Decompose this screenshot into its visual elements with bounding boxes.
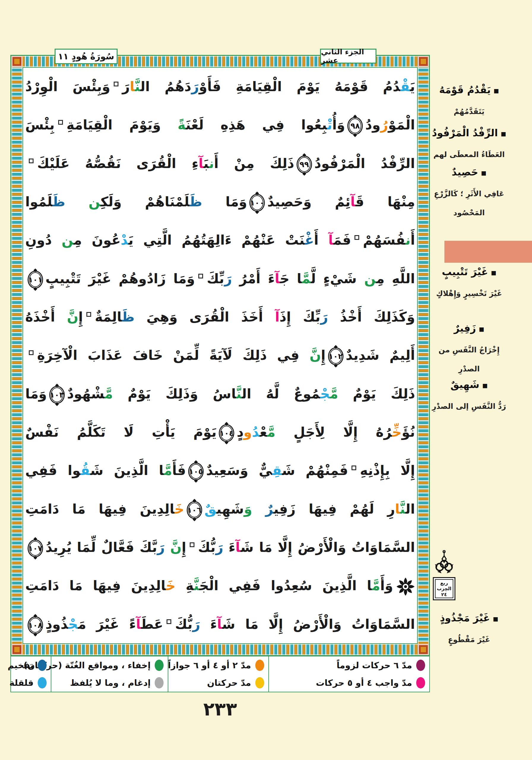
quran-word-segment: اللَّهِ مِ xyxy=(376,271,415,286)
quran-word-segment: وَيَوْمَ الْقِيَامَةِ xyxy=(67,117,177,133)
quran-word-segment: لَمْنَاهُمْ وَلَكِ xyxy=(101,194,190,210)
quran-word-segment: فَمِنْهُمْ شَ xyxy=(282,462,348,478)
margin-note: ■الرِّفْدُ الْمَرْفُودُالعَطَاءُ المعطَى… xyxy=(432,127,507,164)
quran-word-segment xyxy=(165,540,170,555)
quran-word-segment: فَأَ xyxy=(172,462,186,478)
ayah-end-marker: ١٠٦ xyxy=(187,501,202,519)
frame-corner-ornament xyxy=(418,56,429,67)
quran-word-segment: رَ xyxy=(122,79,130,94)
quran-word-segment: السَّمَاوَاتُ وَالْأَرْضُ إِلَّا مَا شَ xyxy=(222,616,415,632)
quran-word-segment: ءِ الْقُرَى نَقُصُّهُ عَلَيْكَ xyxy=(37,156,199,171)
quran-word-segment: ذَلِكَ يَوْمٌ xyxy=(338,386,415,402)
stop-sign-icon xyxy=(190,543,194,547)
quran-word-segment: نَّ xyxy=(170,540,181,555)
quran-word-segment: اسُ وَذَلِكَ يَوْمٌ xyxy=(113,386,236,402)
quran-word-segment: غْ xyxy=(305,232,314,248)
quran-word-segment: آ xyxy=(350,194,355,210)
margin-note-term-text: شَهِيقٌ xyxy=(450,379,479,390)
quran-word-segment: يٌّ وَسَعِيدٌ xyxy=(206,462,272,478)
quran-word-segment: ن xyxy=(88,194,101,210)
quran-word-segment: أَخَذَ الْقُرَى وَهِيَ xyxy=(134,309,275,325)
surah-title-cartouche: سُورَةُ هُودٍ ١١ xyxy=(55,49,118,64)
quran-word-segment: بِّكَ إِذَ xyxy=(280,309,320,325)
quran-word-segment: نَّ xyxy=(400,501,405,517)
quran-word-segment: ن xyxy=(406,232,411,248)
quran-line: يَقْدُمُ قَوْمَهُ يَوْمَ الْقِيَامَةِ فَ… xyxy=(24,68,417,106)
quran-word-segment: عُونَ مِ xyxy=(73,232,121,248)
quran-line: مِنْهَا قَآئِمٌ وَحَصِيدٌ١٠٠وَمَا ظَلَمْ… xyxy=(24,183,417,221)
quran-word-segment: مَّ xyxy=(105,386,113,402)
legend-color-dot xyxy=(255,660,264,671)
quran-word-segment: ن xyxy=(209,156,214,171)
margin-note-term: ■شَهِيقٌ xyxy=(432,379,507,390)
quran-word-segment: نَّ xyxy=(236,386,242,402)
quran-word-segment: آ xyxy=(199,156,204,171)
quran-word-segment: جْ xyxy=(68,616,78,632)
quran-word-segment: رٌ xyxy=(266,501,274,517)
quran-word-segment: قْ xyxy=(401,79,410,94)
margin-note-definition: غَيْرَ تَخْسِيرٍ وَإِهْلاكٍ xyxy=(432,284,507,303)
quran-word-segment: رَ xyxy=(216,540,223,555)
quran-line: السَّمَاوَاتُ وَالْأَرْضُ إِلَّا مَا شَآ… xyxy=(24,606,417,644)
quran-word-segment: رَ xyxy=(320,309,328,325)
margin-note-definition: عَافِي الأَثَرِ ؛ كَالزَّرْعِ المَحْصُود xyxy=(432,184,507,222)
legend-color-dot xyxy=(416,677,425,689)
frame-corner-ornament xyxy=(11,644,23,655)
quran-word-segment: ظَ xyxy=(53,194,65,210)
legend-row: مدّ ٢ أو ٤ أو ٦ جوازاً xyxy=(168,656,268,674)
quran-word-segment: الِدِينَ فِيهَا مَا دَامَتِ xyxy=(25,578,166,594)
quran-word-segment: نَّ xyxy=(194,578,199,594)
quran-word-segment: إِ xyxy=(321,347,325,363)
quran-word-segment: أَلِيمٌ شَدِيدٌ xyxy=(346,347,415,363)
quran-word-segment: ةِ xyxy=(175,578,194,594)
margin-note-term: ■زَفِيرٌ xyxy=(432,322,507,334)
quran-word-segment: أَ xyxy=(314,232,328,248)
quran-word-segment: يَوْمَ يَأْتِ لَا تَكَلَّمُ نَفْسٌ xyxy=(25,424,217,440)
margin-note: ■غَيْرَ مَجْذُوذٍغَيْرَ مَقْطُوعٍ xyxy=(432,612,507,649)
quran-word-segment: ودُ xyxy=(365,117,380,133)
legend-column-ghunnah: إخفاء ، ومواقع الغُنّة (حركتان)إدغام ، و… xyxy=(51,656,168,692)
page-number: ٢٣٣ xyxy=(10,698,430,720)
tajweed-legend: مدّ ٦ حركات لزوماًمدّ واجب ٤ أو ٥ حركاتم… xyxy=(10,656,430,692)
margin-note-term: ■غَيْرَ مَجْذُوذٍ xyxy=(432,612,507,624)
margin-note-term-text: غَيْرَ تَتْبِيبٍ xyxy=(442,266,488,278)
margin-gloss-column: ■يَقْدُمُ قَوْمَهُيَتَقَدَّمُهُمْ■الرِّف… xyxy=(430,0,532,760)
quran-word-segment: نَّ xyxy=(310,347,321,363)
quran-word-segment: عَطَ xyxy=(141,616,163,632)
quran-word-segment: شْهُودٌ xyxy=(67,386,105,402)
quran-word-segment: خِرَةِ xyxy=(37,347,63,363)
legend-label: مدّ ٦ حركات لزوماً xyxy=(337,660,412,670)
quran-word-segment: ن xyxy=(62,232,74,248)
quran-word-segment: ئِمٌ وَحَصِيدٌ xyxy=(267,194,350,210)
ayah-end-marker: ١٠٣ xyxy=(49,386,65,404)
legend-row: إدغام ، وما لا يُلفظ xyxy=(51,674,168,692)
quran-word-segment: مُوعٌ لَّهُ ال xyxy=(242,386,320,402)
stop-sign-icon xyxy=(86,312,91,317)
quran-word-segment: وَمَا xyxy=(25,386,47,402)
legend-label: إدغام ، وما لا يُلفظ xyxy=(70,678,151,688)
quran-word-segment xyxy=(252,501,265,517)
margin-note-definition: غَيْرَ مَقْطُوعٍ xyxy=(432,630,507,649)
quran-word-segment: السَّمَاوَاتُ وَالْأَرْضُ إِلَّا مَا شَ xyxy=(240,540,415,555)
quran-word-segment: خِّ xyxy=(392,424,401,440)
quran-word-segment: أَخْذَهُ xyxy=(25,309,67,325)
quran-line: أَلِيمٌ شَدِيدٌ١٠٢إِنَّ فِي ذَلِكَ لَآيَ… xyxy=(24,337,417,375)
ayah-end-marker: ١٠٤ xyxy=(219,424,234,442)
quran-word-segment: تْ xyxy=(327,117,332,133)
note-bullet-icon: ■ xyxy=(482,382,488,389)
quran-word-segment: الْمَوْ xyxy=(388,117,415,133)
quran-word-segment: آ xyxy=(328,232,333,248)
margin-note-term-text: حَصِيدٌ xyxy=(452,166,478,178)
note-bullet-icon: ■ xyxy=(494,87,499,94)
quran-word-segment: وَ xyxy=(244,501,252,517)
frame-border-right xyxy=(418,56,429,655)
quran-text-block: يَقْدُمُ قَوْمَهُ يَوْمَ الْقِيَامَةِ فَ… xyxy=(24,68,417,644)
ayah-end-marker: ١٠٠ xyxy=(249,194,265,212)
stop-sign-icon xyxy=(29,159,33,163)
mushaf-page: { "page": { "background_color": "#FBF5D8… xyxy=(0,0,532,760)
quran-word-segment: ال xyxy=(406,501,415,517)
legend-row: قلقلة xyxy=(11,674,51,692)
quran-line: أَنفُسَهُمْفَمَآ أَغْنَتْ عَنْهُمْ ءَالِ… xyxy=(24,221,417,260)
margin-note: ■زَفِيرٌإِخْرَاجُ النَّفَسِ من الصدْرِ xyxy=(432,322,507,379)
quran-word-segment: جْ xyxy=(320,386,330,402)
